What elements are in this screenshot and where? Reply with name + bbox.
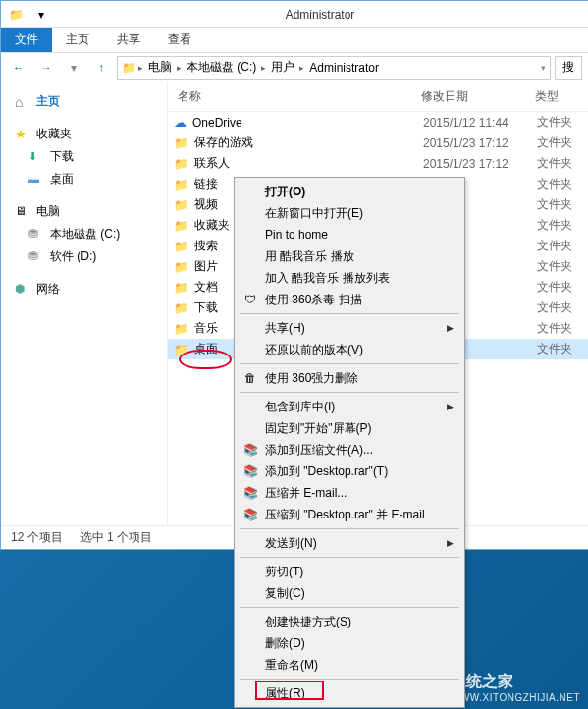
path-dropdown[interactable]: ▾ [541, 63, 546, 73]
window-title: Administrator [52, 8, 588, 22]
folder-icon [122, 61, 136, 75]
sidebar-disk-c[interactable]: 本地磁盘 (C:) [1, 223, 167, 245]
menu-icon: 📚 [241, 484, 259, 502]
sidebar-network[interactable]: 网络 [1, 278, 167, 300]
menu-item[interactable]: 共享(H)▶ [238, 317, 461, 339]
item-name: 链接 [194, 176, 218, 192]
item-icon [174, 219, 188, 233]
path-seg[interactable]: 用户 [268, 58, 297, 77]
item-date: 2015/1/23 17:12 [423, 136, 537, 150]
menu-icon: 📚 [241, 441, 259, 459]
submenu-arrow-icon: ▶ [447, 323, 454, 333]
up-button[interactable]: ↑ [89, 56, 113, 80]
menu-label: 发送到(N) [265, 535, 317, 552]
menu-label: 添加到压缩文件(A)... [265, 442, 373, 459]
menu-label: Pin to home [265, 228, 328, 242]
menu-item[interactable]: 剪切(T) [238, 561, 461, 582]
menu-item[interactable]: 加入 酷我音乐 播放列表 [238, 267, 461, 289]
menu-item[interactable]: 发送到(N)▶ [238, 532, 461, 554]
item-type: 文件夹 [537, 258, 586, 275]
item-date: 2015/1/23 17:12 [423, 157, 537, 171]
sidebar-favorites[interactable]: 收藏夹 [1, 123, 167, 145]
item-date: 2015/1/12 11:44 [423, 116, 537, 130]
menu-item[interactable]: 用 酷我音乐 播放 [238, 245, 461, 267]
path-seg[interactable]: Administrator [306, 60, 382, 76]
path-seg[interactable]: 本地磁盘 (C:) [184, 58, 259, 77]
file-row[interactable]: OneDrive2015/1/12 11:44文件夹 [168, 112, 588, 133]
menu-item[interactable]: 还原以前的版本(V) [238, 339, 461, 360]
menu-label: 还原以前的版本(V) [265, 342, 363, 358]
tab-home[interactable]: 主页 [52, 28, 103, 52]
menu-item[interactable]: 📚添加到压缩文件(A)... [238, 439, 461, 461]
tab-file[interactable]: 文件 [1, 28, 52, 52]
item-name: 下载 [194, 300, 218, 316]
item-icon [174, 281, 188, 295]
menu-label: 属性(R) [265, 685, 305, 702]
file-row[interactable]: 联系人2015/1/23 17:12文件夹 [168, 153, 588, 174]
col-name[interactable]: 名称 [172, 88, 421, 105]
menu-label: 使用 360强力删除 [265, 370, 358, 387]
menu-item[interactable]: 删除(D) [238, 632, 461, 654]
menu-label: 创建快捷方式(S) [265, 614, 351, 630]
item-icon [174, 322, 188, 336]
menu-item[interactable]: 包含到库中(I)▶ [238, 396, 461, 417]
menu-item[interactable]: 🗑使用 360强力删除 [238, 367, 461, 389]
item-icon [174, 260, 188, 274]
menu-item[interactable]: 打开(O) [238, 181, 461, 202]
menu-label: 删除(D) [265, 635, 305, 652]
item-icon [174, 157, 188, 171]
item-type: 文件夹 [537, 279, 586, 296]
menu-item[interactable]: 📚压缩到 "Desktop.rar" 并 E-mail [238, 504, 461, 525]
status-selected: 选中 1 个项目 [80, 529, 152, 546]
menu-label: 添加到 "Desktop.rar"(T) [265, 464, 388, 480]
item-name: 视频 [194, 196, 218, 213]
item-name: 图片 [194, 258, 218, 275]
recent-dropdown[interactable]: ▾ [62, 56, 85, 80]
back-button[interactable]: ← [7, 56, 30, 80]
menu-item[interactable]: Pin to home [238, 224, 461, 245]
search-input[interactable]: 搜 [555, 56, 582, 80]
forward-button[interactable]: → [34, 56, 58, 80]
item-icon [174, 301, 188, 315]
folder-icon [5, 4, 27, 26]
menu-item[interactable]: 🛡使用 360杀毒 扫描 [238, 289, 461, 310]
item-type: 文件夹 [537, 155, 586, 172]
menu-icon: 📚 [241, 463, 259, 480]
file-row[interactable]: 保存的游戏2015/1/23 17:12文件夹 [168, 133, 588, 153]
submenu-arrow-icon: ▶ [447, 538, 454, 548]
menu-icon: 🛡 [241, 291, 259, 308]
menu-item[interactable]: 创建快捷方式(S) [238, 611, 461, 632]
path-seg[interactable]: 电脑 [145, 58, 175, 77]
tab-share[interactable]: 共享 [103, 28, 154, 52]
submenu-arrow-icon: ▶ [447, 402, 454, 411]
menu-item[interactable]: 复制(C) [238, 582, 461, 604]
menu-item[interactable]: 📚添加到 "Desktop.rar"(T) [238, 461, 461, 482]
menu-label: 共享(H) [265, 320, 305, 337]
menu-label: 压缩到 "Desktop.rar" 并 E-mail [265, 507, 425, 523]
item-type: 文件夹 [537, 217, 586, 234]
menu-item[interactable]: 重命名(M) [238, 654, 461, 676]
sidebar-desktop[interactable]: 桌面 [1, 168, 167, 191]
menu-item[interactable]: 📚压缩并 E-mail... [238, 482, 461, 504]
menu-label: 用 酷我音乐 播放 [265, 248, 354, 265]
menu-label: 使用 360杀毒 扫描 [265, 292, 362, 308]
sidebar-pc[interactable]: 电脑 [1, 200, 167, 223]
item-name: 联系人 [194, 155, 230, 172]
tab-view[interactable]: 查看 [154, 28, 205, 52]
sidebar-downloads[interactable]: 下载 [1, 145, 167, 168]
column-headers[interactable]: 名称 修改日期 类型 [168, 82, 588, 112]
context-menu: 打开(O)在新窗口中打开(E)Pin to home用 酷我音乐 播放加入 酷我… [234, 177, 465, 708]
menu-item[interactable]: 固定到"开始"屏幕(P) [238, 417, 461, 439]
menu-label: 剪切(T) [265, 564, 303, 580]
menu-item[interactable]: 在新窗口中打开(E) [238, 202, 461, 224]
col-date[interactable]: 修改日期 [421, 88, 535, 105]
item-name: OneDrive [192, 116, 242, 130]
sidebar-disk-d[interactable]: 软件 (D:) [1, 245, 167, 268]
col-type[interactable]: 类型 [535, 88, 584, 105]
breadcrumb[interactable]: ▸ 电脑▸ 本地磁盘 (C:)▸ 用户▸ Administrator ▾ [117, 56, 551, 80]
quickaccess-1[interactable]: ▾ [30, 4, 52, 26]
menu-label: 包含到库中(I) [265, 399, 335, 415]
menu-item[interactable]: 属性(R) [238, 682, 461, 704]
item-type: 文件夹 [537, 176, 586, 192]
sidebar-home[interactable]: 主页 [1, 90, 167, 113]
